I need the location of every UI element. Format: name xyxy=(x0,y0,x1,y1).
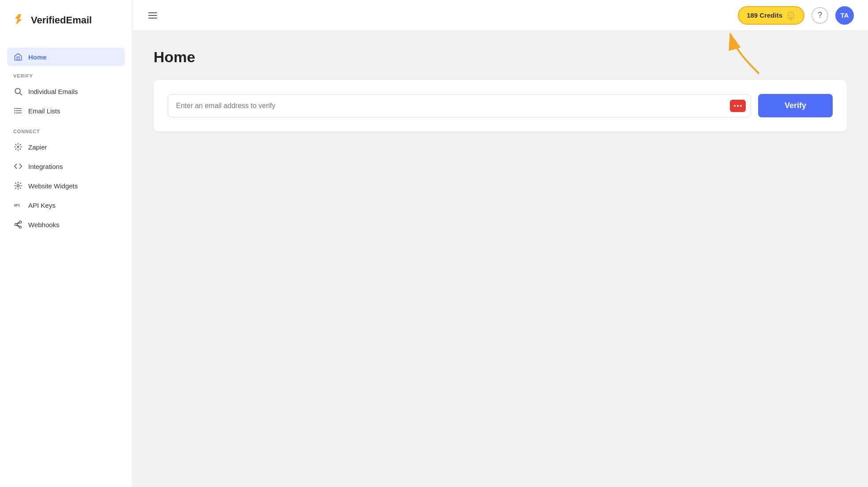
hamburger-line-2 xyxy=(148,15,157,16)
credits-label: 189 Credits xyxy=(747,11,782,19)
sidebar-item-api-keys[interactable]: API API Keys xyxy=(7,196,125,214)
email-input[interactable] xyxy=(168,94,751,117)
credits-badge[interactable]: 189 Credits 🪙 xyxy=(738,6,804,25)
home-icon xyxy=(13,52,23,62)
logo-icon xyxy=(11,12,26,28)
hamburger-line-1 xyxy=(148,12,157,13)
email-input-wrapper xyxy=(168,94,751,117)
individual-emails-label: Individual Emails xyxy=(28,88,78,95)
sidebar-item-individual-emails[interactable]: Individual Emails xyxy=(7,82,125,101)
sidebar-item-zapier[interactable]: Zapier xyxy=(7,138,125,156)
list-icon xyxy=(13,106,23,116)
avatar-initials: TA xyxy=(841,11,849,19)
input-options-button[interactable] xyxy=(730,100,746,112)
webhook-icon xyxy=(13,220,23,229)
dot-3 xyxy=(740,105,742,107)
sidebar-home-label: Home xyxy=(28,53,47,61)
sidebar-item-integrations[interactable]: Integrations xyxy=(7,157,125,176)
verify-card: Verify xyxy=(154,80,847,131)
svg-line-1 xyxy=(20,93,22,95)
website-widgets-label: Website Widgets xyxy=(28,182,78,190)
integrations-label: Integrations xyxy=(28,163,63,170)
help-icon: ? xyxy=(818,11,822,20)
svg-point-9 xyxy=(14,110,15,112)
sidebar: VerifiedEmail Home VERIFY Individual Ema… xyxy=(0,0,132,487)
sidebar-item-website-widgets[interactable]: Website Widgets xyxy=(7,176,125,195)
credits-coin-icon: 🪙 xyxy=(786,11,796,20)
svg-point-11 xyxy=(17,146,19,147)
verify-section-label: VERIFY xyxy=(7,73,125,79)
sidebar-navigation: Home VERIFY Individual Emails xyxy=(0,41,132,487)
email-lists-label: Email Lists xyxy=(28,107,60,115)
zapier-label: Zapier xyxy=(28,143,47,151)
svg-text:API: API xyxy=(14,203,20,207)
page-content: Home Verify xyxy=(132,31,868,487)
sidebar-item-home[interactable]: Home xyxy=(7,48,125,66)
widget-icon xyxy=(13,181,23,191)
verify-button[interactable]: Verify xyxy=(758,94,833,117)
sidebar-item-email-lists[interactable]: Email Lists xyxy=(7,101,125,120)
integrations-icon xyxy=(13,161,23,171)
api-icon: API xyxy=(13,200,23,210)
hamburger-button[interactable] xyxy=(147,11,159,20)
svg-point-12 xyxy=(17,185,19,187)
svg-point-10 xyxy=(14,112,15,114)
connect-section-label: CONNECT xyxy=(7,129,125,134)
logo-text: VerifiedEmail xyxy=(31,15,92,26)
topbar: 189 Credits 🪙 ? TA xyxy=(132,0,868,31)
zapier-icon xyxy=(13,142,23,152)
dot-2 xyxy=(737,105,739,107)
hamburger-line-3 xyxy=(148,18,157,19)
main-content: 189 Credits 🪙 ? TA Home xyxy=(132,0,868,487)
dot-1 xyxy=(734,105,736,107)
svg-point-8 xyxy=(14,108,15,109)
sidebar-item-webhooks[interactable]: Webhooks xyxy=(7,215,125,234)
search-icon xyxy=(13,86,23,96)
logo[interactable]: VerifiedEmail xyxy=(0,0,132,41)
user-avatar[interactable]: TA xyxy=(835,6,854,25)
page-title: Home xyxy=(154,49,847,66)
webhooks-label: Webhooks xyxy=(28,221,60,229)
api-keys-label: API Keys xyxy=(28,202,56,209)
help-button[interactable]: ? xyxy=(812,7,828,24)
